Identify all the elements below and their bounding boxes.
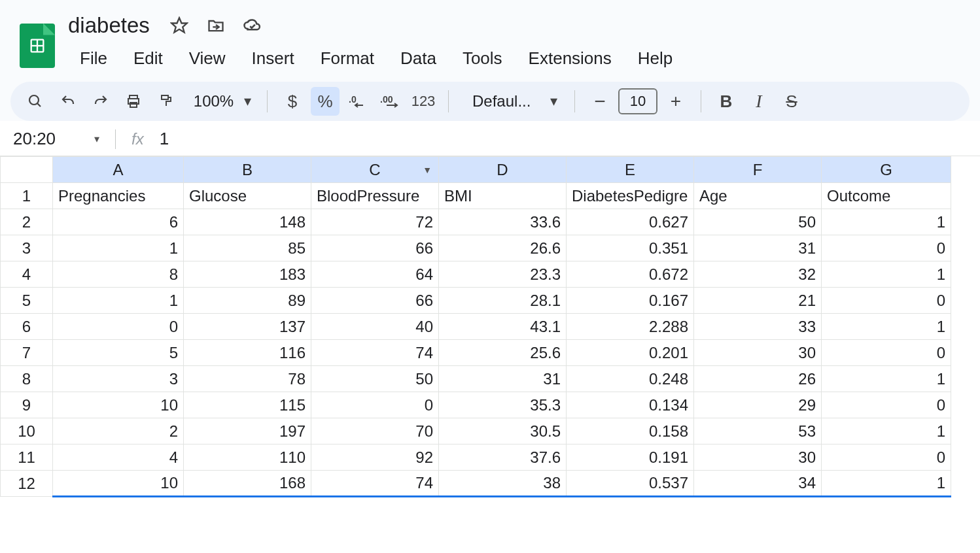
menu-extensions[interactable]: Extensions <box>517 44 623 73</box>
row-header[interactable]: 5 <box>1 288 53 314</box>
column-header-A[interactable]: A <box>53 157 184 183</box>
cell[interactable]: 1 <box>822 209 951 235</box>
cell[interactable]: Outcome <box>822 183 951 209</box>
cell[interactable]: 137 <box>184 314 311 340</box>
cell[interactable]: 40 <box>311 314 439 340</box>
menu-format[interactable]: Format <box>309 44 386 73</box>
cell[interactable]: 0.201 <box>567 340 694 366</box>
cell[interactable]: 89 <box>184 288 311 314</box>
cell[interactable]: 43.1 <box>439 314 567 340</box>
cell[interactable]: 32 <box>694 261 822 288</box>
cell[interactable]: 31 <box>439 366 567 392</box>
column-header-G[interactable]: G <box>822 157 951 183</box>
cell[interactable]: 8 <box>53 261 184 288</box>
cell[interactable]: 3 <box>53 366 184 392</box>
menu-tools[interactable]: Tools <box>451 44 514 73</box>
cell[interactable]: 0.537 <box>567 471 694 497</box>
cell[interactable]: 37.6 <box>439 444 567 471</box>
row-header[interactable]: 11 <box>1 444 53 471</box>
column-header-D[interactable]: D <box>439 157 567 183</box>
cell[interactable]: 28.1 <box>439 288 567 314</box>
row-header[interactable]: 2 <box>1 209 53 235</box>
cell[interactable]: 0 <box>53 314 184 340</box>
cell[interactable]: 0.672 <box>567 261 694 288</box>
cell[interactable]: 168 <box>184 471 311 497</box>
cell[interactable]: 0.191 <box>567 444 694 471</box>
cell[interactable]: 30.5 <box>439 418 567 444</box>
cell[interactable]: 1 <box>822 418 951 444</box>
cell[interactable]: 4 <box>53 444 184 471</box>
menu-data[interactable]: Data <box>389 44 448 73</box>
document-title[interactable]: diabetes <box>63 12 155 39</box>
formula-input[interactable]: 1 <box>160 129 169 149</box>
menu-edit[interactable]: Edit <box>122 44 175 73</box>
cell[interactable]: 0 <box>822 444 951 471</box>
cell[interactable]: 26.6 <box>439 235 567 261</box>
cell[interactable]: 5 <box>53 340 184 366</box>
cell[interactable]: 2.288 <box>567 314 694 340</box>
move-icon[interactable] <box>206 16 226 35</box>
cell[interactable]: 53 <box>694 418 822 444</box>
font-size-input[interactable]: 10 <box>618 88 657 114</box>
cell[interactable]: 1 <box>822 261 951 288</box>
star-icon[interactable] <box>169 16 189 35</box>
cell[interactable]: 0.351 <box>567 235 694 261</box>
cell[interactable]: 30 <box>694 444 822 471</box>
cell[interactable]: 6 <box>53 209 184 235</box>
cell[interactable]: 35.3 <box>439 392 567 418</box>
cell[interactable]: 1 <box>822 314 951 340</box>
cell[interactable]: 0 <box>822 288 951 314</box>
undo-icon[interactable] <box>54 87 82 116</box>
sheets-logo-icon[interactable] <box>20 24 55 68</box>
cell[interactable]: 1 <box>822 366 951 392</box>
column-filter-dropdown-icon[interactable]: ▼ <box>423 165 432 175</box>
cell[interactable]: 110 <box>184 444 311 471</box>
cell[interactable]: BloodPressure <box>311 183 439 209</box>
cell[interactable]: 148 <box>184 209 311 235</box>
menu-file[interactable]: File <box>68 44 119 73</box>
menu-view[interactable]: View <box>177 44 237 73</box>
cell[interactable]: 10 <box>53 392 184 418</box>
print-icon[interactable] <box>119 87 148 116</box>
row-header[interactable]: 3 <box>1 235 53 261</box>
row-header[interactable]: 4 <box>1 261 53 288</box>
cell[interactable]: 78 <box>184 366 311 392</box>
cell[interactable]: Pregnancies <box>53 183 184 209</box>
cell[interactable]: 1 <box>822 471 951 497</box>
select-all-corner[interactable] <box>1 157 53 183</box>
cell[interactable]: 21 <box>694 288 822 314</box>
column-header-C[interactable]: C▼ <box>311 157 439 183</box>
row-header[interactable]: 6 <box>1 314 53 340</box>
cell[interactable]: BMI <box>439 183 567 209</box>
column-header-F[interactable]: F <box>694 157 822 183</box>
cell[interactable]: DiabetesPedigre <box>567 183 694 209</box>
cell[interactable]: 72 <box>311 209 439 235</box>
cell[interactable]: 1 <box>53 235 184 261</box>
column-header-B[interactable]: B <box>184 157 311 183</box>
cloud-saved-icon[interactable] <box>243 16 262 35</box>
cell[interactable]: Age <box>694 183 822 209</box>
cell[interactable]: 0 <box>311 392 439 418</box>
cell[interactable]: 0 <box>822 235 951 261</box>
cell[interactable]: 197 <box>184 418 311 444</box>
zoom-dropdown[interactable]: 100% ▾ <box>184 87 256 116</box>
cell[interactable]: 50 <box>694 209 822 235</box>
menu-insert[interactable]: Insert <box>240 44 306 73</box>
cell[interactable]: 31 <box>694 235 822 261</box>
cell[interactable]: 0.158 <box>567 418 694 444</box>
increase-decimal-button[interactable]: .00 <box>376 87 405 116</box>
cell[interactable]: 34 <box>694 471 822 497</box>
increase-font-size-button[interactable]: + <box>661 87 690 116</box>
cell[interactable]: 30 <box>694 340 822 366</box>
row-header[interactable]: 7 <box>1 340 53 366</box>
row-header[interactable]: 12 <box>1 471 53 497</box>
cell[interactable]: 0.248 <box>567 366 694 392</box>
row-header[interactable]: 10 <box>1 418 53 444</box>
cell[interactable]: 64 <box>311 261 439 288</box>
cell[interactable]: 92 <box>311 444 439 471</box>
cell[interactable]: 66 <box>311 288 439 314</box>
cell[interactable]: 0.627 <box>567 209 694 235</box>
strikethrough-button[interactable]: S <box>777 87 806 116</box>
cell[interactable]: Glucose <box>184 183 311 209</box>
cell[interactable]: 0 <box>822 340 951 366</box>
